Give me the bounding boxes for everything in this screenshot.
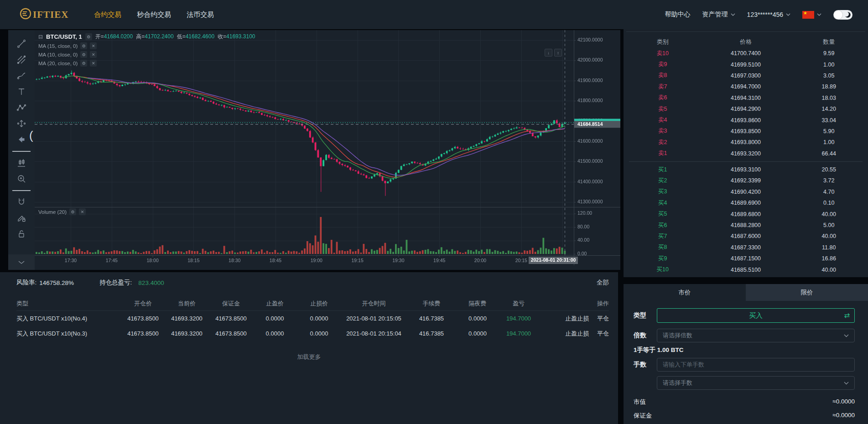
language-menu[interactable]: ★ — [802, 11, 821, 19]
order-level-label: 买6 — [624, 222, 702, 229]
sell-order-row[interactable]: 卖741694.700018.89 — [624, 81, 868, 92]
swap-direction-icon[interactable]: ⇄ — [844, 311, 850, 320]
positions-col-header: 当前价 — [165, 300, 209, 308]
buy-order-row[interactable]: 买941687.150016.86 — [624, 253, 868, 264]
leverage-select[interactable]: 请选择倍数 — [657, 329, 855, 342]
position-margin: 41673.8500 — [209, 330, 253, 337]
brush-tool[interactable] — [13, 68, 30, 83]
collapse-series-icon[interactable]: ⊟ — [38, 34, 43, 40]
account-label: 123******456 — [747, 11, 783, 18]
order-quantity: 20.55 — [790, 166, 868, 173]
help-center-link[interactable]: 帮助中心 — [665, 10, 691, 19]
close-icon[interactable]: ✕ — [90, 51, 97, 58]
sell-order-row[interactable]: 卖141693.320066.44 — [624, 148, 868, 159]
order-quantity: 1.00 — [790, 139, 868, 145]
lots-select[interactable]: 请选择手数 — [657, 376, 855, 390]
trend-line-tool[interactable] — [13, 36, 30, 51]
buy-order-row[interactable]: 买1041685.510040.00 — [624, 264, 868, 275]
lock-tool[interactable] — [13, 227, 30, 241]
order-price: 41687.6000 — [702, 233, 790, 239]
magnet-tool[interactable] — [13, 195, 30, 209]
gear-icon[interactable]: ⚙ — [69, 208, 76, 215]
close-icon[interactable]: ✕ — [90, 42, 97, 49]
nav-contract-trade[interactable]: 合约交易 — [94, 10, 121, 19]
lots-input[interactable]: 请输入下单手数 — [657, 358, 855, 372]
ma10-legend: MA (10, close, 0) — [38, 52, 78, 57]
zoom-in-tool[interactable] — [13, 171, 30, 186]
direction-buy-button[interactable]: 买入 ⇄ — [657, 308, 855, 323]
position-time: 2021-08-01 20:15:04 — [342, 330, 406, 337]
position-fee: 416.7385 — [406, 330, 457, 337]
close-icon[interactable]: ✕ — [90, 60, 97, 67]
account-menu[interactable]: 123******456 — [747, 11, 790, 18]
position-tp: 0.0000 — [253, 315, 296, 322]
buy-order-row[interactable]: 买741687.600040.00 — [624, 231, 868, 242]
buy-order-row[interactable]: 买141693.310020.55 — [624, 164, 868, 175]
sell-order-row[interactable]: 卖241693.80001.00 — [624, 137, 868, 148]
sidebar-collapse-handle[interactable]: ( — [29, 129, 33, 141]
sell-order-row[interactable]: 卖641694.310018.03 — [624, 93, 868, 103]
gann-tools[interactable] — [13, 52, 30, 67]
buy-order-row[interactable]: 买441689.69000.10 — [624, 197, 868, 208]
sell-order-row[interactable]: 卖341693.85005.90 — [624, 126, 868, 137]
tp-sl-button[interactable]: 止盈止损 — [565, 315, 589, 322]
buy-order-row[interactable]: 买541689.680040.00 — [624, 208, 868, 219]
order-level-label: 卖5 — [624, 105, 702, 113]
sell-order-row[interactable]: 卖841697.03003.05 — [624, 70, 868, 81]
gear-icon[interactable]: ⚙ — [85, 33, 92, 40]
positions-col-header: 手续费 — [406, 300, 457, 308]
forecast-tool[interactable] — [13, 116, 30, 131]
sell-order-row[interactable]: 卖541694.290014.20 — [624, 103, 868, 114]
tab-market-price[interactable]: 市价 — [624, 284, 746, 301]
gear-icon[interactable]: ⚙ — [80, 51, 87, 58]
scroll-latest-icon[interactable]: ↕ — [554, 49, 562, 57]
close-icon[interactable]: ✕ — [79, 208, 86, 215]
positions-col-header: 开仓时间 — [342, 300, 406, 308]
lots-select-placeholder: 请选择手数 — [663, 379, 692, 387]
china-flag-icon: ★ — [802, 11, 814, 19]
ma15-legend: MA (15, close, 0) — [38, 43, 78, 49]
asset-management-label: 资产管理 — [702, 10, 728, 19]
margin-value: ≈0.0000 — [832, 412, 855, 420]
buy-order-row[interactable]: 买841687.330011.80 — [624, 242, 868, 253]
gear-icon[interactable]: ⚙ — [80, 42, 87, 49]
brand-logo[interactable]: IFTIEX — [19, 7, 68, 22]
arrow-left-icon[interactable] — [13, 132, 30, 147]
order-level-label: 买9 — [624, 255, 702, 263]
text-tool[interactable] — [13, 84, 30, 99]
scroll-down-icon[interactable]: ↓ — [545, 49, 552, 57]
nav-fiat-trade[interactable]: 法币交易 — [187, 10, 214, 19]
buy-order-row[interactable]: 买641688.28005.00 — [624, 220, 868, 231]
close-position-button[interactable]: 平仓 — [597, 315, 609, 322]
positions-col-header: 止盈价 — [253, 300, 296, 308]
drawing-lock-tool[interactable] — [13, 211, 30, 225]
order-level-label: 买8 — [624, 243, 702, 251]
pattern-tool[interactable] — [13, 100, 30, 115]
nav-second-contract-trade[interactable]: 秒合约交易 — [137, 10, 171, 19]
sell-order-row[interactable]: 卖941699.51001.00 — [624, 59, 868, 70]
toolbar-collapse-chevron[interactable] — [8, 254, 35, 270]
close-position-button[interactable]: 平仓 — [597, 330, 609, 337]
col-price: 价格 — [702, 38, 790, 46]
volume-legend: Volume (20) ⚙ ✕ — [38, 208, 86, 215]
high-label: 高 — [136, 33, 141, 40]
asset-management-menu[interactable]: 资产管理 — [702, 10, 735, 19]
buy-order-row[interactable]: 买341690.42004.70 — [624, 186, 868, 197]
order-price: 41697.0300 — [702, 72, 790, 79]
chevron-down-icon — [817, 13, 821, 16]
sell-order-row[interactable]: 卖441693.860033.04 — [624, 114, 868, 125]
buy-order-row[interactable]: 买241692.33993.72 — [624, 175, 868, 186]
order-book-divider — [626, 31, 865, 32]
order-quantity: 3.05 — [790, 72, 868, 79]
filter-all-link[interactable]: 全部 — [597, 279, 609, 287]
tp-sl-button[interactable]: 止盈止损 — [565, 330, 589, 337]
leverage-label: 倍数 — [634, 331, 646, 340]
theme-toggle[interactable] — [833, 10, 852, 20]
tab-limit-price[interactable]: 限价 — [746, 284, 868, 301]
toolbar-divider — [12, 190, 31, 191]
sell-order-row[interactable]: 卖1041700.74009.59 — [624, 48, 868, 59]
bar-style-tool[interactable] — [13, 155, 30, 170]
load-more-button[interactable]: 加载更多 — [0, 353, 618, 361]
symbol-label[interactable]: BTC/USDT, 1 — [46, 33, 82, 40]
gear-icon[interactable]: ⚙ — [80, 60, 87, 67]
